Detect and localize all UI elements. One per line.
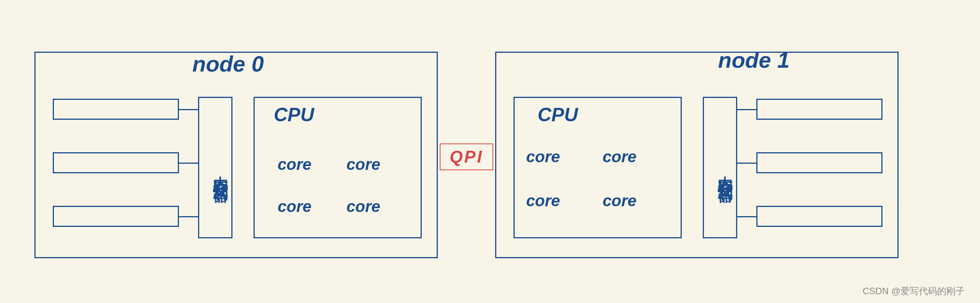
node-0-box: node 0 内存控制器 CPU core core core core xyxy=(34,52,438,258)
node-0-core-1: core xyxy=(346,155,380,174)
node-0-mem-bar-1 xyxy=(53,152,179,173)
node-1-conn-1 xyxy=(737,163,756,164)
node-1-conn-2 xyxy=(737,216,756,217)
node-1-core-1: core xyxy=(603,148,637,166)
node-0-mem-controller: 内存控制器 xyxy=(198,97,232,238)
node-1-box: node 1 CPU core core core core 内存控制器 xyxy=(495,52,899,258)
node-0-core-2: core xyxy=(278,197,312,216)
node-1-core-3: core xyxy=(603,192,637,210)
node-1-cpu-box: CPU core core core core xyxy=(514,97,682,238)
node-0-mem-bar-2 xyxy=(53,206,179,227)
node-1-core-0: core xyxy=(526,148,560,166)
watermark-credit: CSDN @爱写代码的刚子 xyxy=(863,285,965,297)
node-1-mem-bar-1 xyxy=(756,152,882,173)
node-0-conn-2 xyxy=(179,216,198,217)
node-0-core-3: core xyxy=(346,197,380,216)
node-1-conn-0 xyxy=(737,109,756,110)
node-1-cpu-label: CPU xyxy=(538,104,578,126)
node-1-mem-controller: 内存控制器 xyxy=(703,97,737,238)
node-1-mem-bar-2 xyxy=(756,206,882,227)
node-0-mem-bar-0 xyxy=(53,99,179,120)
node-0-conn-0 xyxy=(179,109,198,110)
node-1-title: node 1 xyxy=(718,47,790,73)
node-1-mem-bar-0 xyxy=(756,99,882,120)
qpi-interconnect: QPI xyxy=(440,143,493,170)
node-1-core-2: core xyxy=(526,192,560,210)
node-0-title: node 0 xyxy=(192,51,264,77)
node-0-cpu-label: CPU xyxy=(274,104,314,126)
node-0-cpu-box: CPU core core core core xyxy=(254,97,422,238)
node-0-core-0: core xyxy=(278,155,312,174)
node-0-conn-1 xyxy=(179,163,198,164)
